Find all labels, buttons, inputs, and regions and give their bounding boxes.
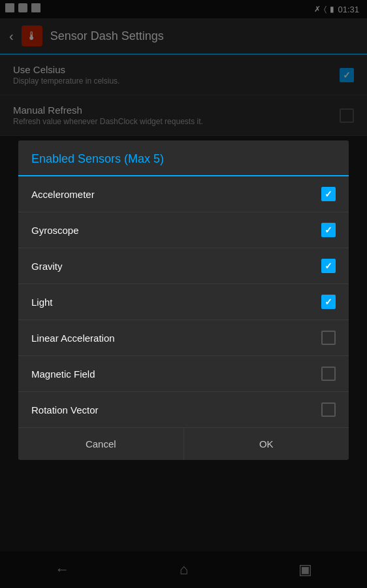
sensor-item-accelerometer[interactable]: Accelerometer <box>18 176 349 212</box>
sensor-label-magnetic-field: Magnetic Field <box>31 368 95 380</box>
sensor-checkbox-rotation-vector[interactable] <box>321 402 336 417</box>
sensor-label-gravity: Gravity <box>31 261 63 272</box>
sensor-item-linear-acceleration[interactable]: Linear Acceleration <box>18 320 349 356</box>
sensor-label-light: Light <box>31 297 53 308</box>
sensor-checkbox-gyroscope[interactable] <box>321 223 336 237</box>
dialog-header: Enabled Sensors (Max 5) <box>18 140 349 176</box>
sensor-checkbox-magnetic-field[interactable] <box>321 367 336 381</box>
sensor-label-rotation-vector: Rotation Vector <box>31 404 99 416</box>
sensor-checkbox-light[interactable] <box>321 295 336 309</box>
sensor-item-gyroscope[interactable]: Gyroscope <box>18 212 349 248</box>
sensor-checkbox-linear-acceleration[interactable] <box>321 331 336 345</box>
cancel-button[interactable]: Cancel <box>18 428 184 460</box>
sensor-item-magnetic-field[interactable]: Magnetic Field <box>18 356 349 392</box>
sensor-label-linear-acceleration: Linear Acceleration <box>31 333 115 344</box>
sensor-label-accelerometer: Accelerometer <box>31 189 95 200</box>
sensor-checkbox-gravity[interactable] <box>321 259 336 273</box>
sensors-dialog: Enabled Sensors (Max 5) Accelerometer Gy… <box>18 140 349 460</box>
dialog-actions: Cancel OK <box>18 427 349 460</box>
sensor-item-gravity[interactable]: Gravity <box>18 248 349 284</box>
dialog-title: Enabled Sensors (Max 5) <box>31 152 164 165</box>
ok-button[interactable]: OK <box>184 428 349 460</box>
sensor-item-light[interactable]: Light <box>18 284 349 320</box>
sensor-checkbox-accelerometer[interactable] <box>321 187 336 201</box>
sensor-list: Accelerometer Gyroscope Gravity Light Li… <box>18 176 349 427</box>
sensor-label-gyroscope: Gyroscope <box>31 225 79 236</box>
sensor-item-rotation-vector[interactable]: Rotation Vector <box>18 392 349 427</box>
